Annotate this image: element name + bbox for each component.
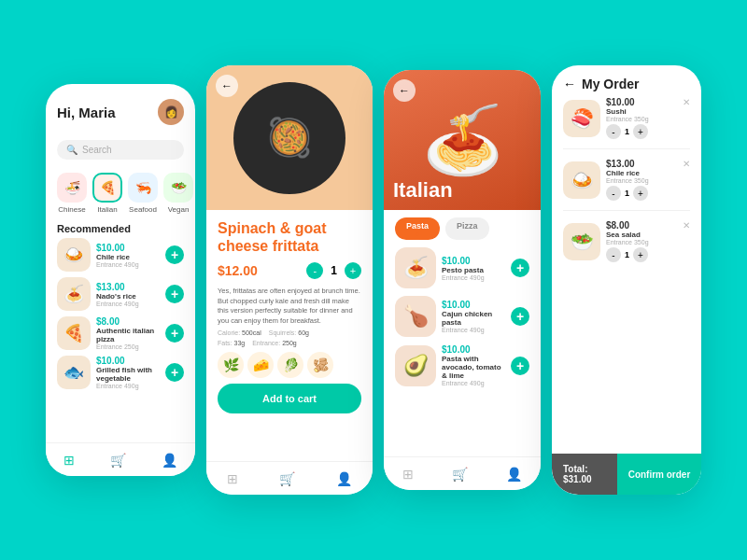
nutrition-info: Calorie: 500cal Squirrels: 60g [218,329,361,336]
nav-home-icon-3[interactable]: ⊞ [402,467,414,482]
category-italian[interactable]: 🍕 Italian [92,173,122,214]
category-top-image: 🍝 ← Italian [384,70,541,210]
greeting-row: Hi, Maria 👩 [57,99,184,125]
add-button-1[interactable]: + [165,285,184,303]
food-info-2: $8.00 Authentic italian pizza Entrance 2… [96,316,160,350]
food-name-2: Authentic italian pizza [96,327,160,343]
remove-item-1[interactable]: ✕ [683,159,690,169]
category-vegan[interactable]: 🥗 Vegan [163,173,193,214]
add-button-2[interactable]: + [165,324,184,343]
list-item: 🍣 $10.00 Sushi Entrance 350g - 1 + ✕ [563,97,690,139]
nav-home-icon[interactable]: ⊞ [63,453,75,468]
back-btn-order[interactable]: ← [563,77,576,91]
nav-profile-icon-2[interactable]: 👤 [336,471,352,486]
nav-profile-icon-3[interactable]: 👤 [506,467,522,482]
order-increase-2[interactable]: + [633,247,648,262]
category-icon-seafood: 🦐 [128,173,158,203]
menu-thumb-0: 🍝 [395,247,436,288]
list-item: 🐟 $10.00 Grilled fish with vegetable Ent… [57,356,184,389]
back-button[interactable]: ← [216,75,238,97]
menu-add-btn-2[interactable]: + [511,357,529,375]
food-price-1: $13.00 [96,282,160,292]
menu-add-btn-1[interactable]: + [511,307,529,326]
category-label-vegan: Vegan [168,205,190,214]
ingredient-icons: 🌿 🧀 🥬 🫚 [218,352,361,378]
add-button-0[interactable]: + [165,245,184,264]
food-price-3: $10.00 [96,356,160,366]
category-label-italian: Italian [97,205,117,214]
food-thumb-3: 🐟 [57,356,91,389]
bottom-nav-2: ⊞ 🛒 👤 [206,461,373,495]
order-decrease-1[interactable]: - [606,186,621,201]
order-thumb-2: 🥗 [563,223,600,260]
dish-image: 🥘 [233,82,345,194]
order-price-1: $13.00 [606,159,690,169]
order-qty-0: - 1 + [606,124,690,139]
avatar: 👩 [158,99,184,125]
order-decrease-0[interactable]: - [606,124,621,139]
category-chinese[interactable]: 🍜 Chinese [57,173,87,214]
add-to-cart-button[interactable]: Add to cart [218,384,361,413]
category-seafood[interactable]: 🦐 Seafood [128,173,158,214]
list-item: 🍛 $13.00 Chile rice Entrance 350g - 1 + … [563,159,690,201]
food-info-3: $10.00 Grilled fish with vegetable Entra… [96,356,160,389]
greeting-text: Hi, Maria [57,105,116,120]
order-increase-1[interactable]: + [633,186,648,201]
food-list: 🍛 $10.00 Chile rice Entrance 490g + 🍝 $1… [46,238,195,389]
remove-item-0[interactable]: ✕ [683,97,690,107]
order-price-2: $8.00 [606,220,690,231]
order-decrease-2[interactable]: - [606,247,621,262]
search-bar[interactable]: 🔍 Search [57,140,184,160]
ingredient-0: 🌿 [218,352,244,378]
remove-item-2[interactable]: ✕ [683,220,690,231]
food-thumb-2: 🍕 [57,316,91,350]
list-item: 🍕 $8.00 Authentic italian pizza Entrance… [57,316,184,350]
qty-decrease-btn[interactable]: - [306,262,323,279]
back-button-2[interactable]: ← [393,79,416,102]
menu-sub-2: Entrance 490g [442,380,505,386]
tab-active-dot [416,232,419,236]
order-increase-0[interactable]: + [633,124,648,139]
ingredient-3: 🫚 [307,352,333,378]
category-icon-chinese: 🍜 [57,173,87,203]
divider [563,148,690,149]
search-placeholder: Search [82,145,112,155]
category-icon-vegan: 🥗 [163,173,193,203]
detail-content: Spinach & goat cheese frittata $12.00 - … [206,210,373,423]
food-thumb-1: 🍝 [57,277,91,311]
nav-profile-icon[interactable]: 👤 [162,453,177,468]
qty-increase-btn[interactable]: + [345,262,361,279]
screen-home: Hi, Maria 👩 🔍 Search 🍜 Chinese 🍕 Italian… [46,84,195,476]
nav-cart-icon[interactable]: 🛒 [110,453,126,468]
screens-container: Hi, Maria 👩 🔍 Search 🍜 Chinese 🍕 Italian… [46,65,701,495]
nav-cart-icon-2[interactable]: 🛒 [279,471,295,486]
order-qty-num-0: 1 [625,127,629,136]
category-label-chinese: Chinese [58,205,85,214]
home-header: Hi, Maria 👩 [46,84,195,133]
nav-cart-icon-3[interactable]: 🛒 [452,467,468,482]
menu-list: 🍝 $10.00 Pesto pasta Entrance 490g + 🍗 $… [384,247,541,386]
nutrition-calorie: Calorie: 500cal [218,329,261,336]
food-sub-3: Entrance 490g [96,383,160,389]
menu-info-1: $10.00 Cajun chicken pasta Entrance 490g [442,300,505,333]
food-info-1: $13.00 Nado's rice Entrance 490g [96,282,160,307]
add-button-3[interactable]: + [165,363,184,382]
food-name-3: Grilled fish with vegetable [96,366,160,383]
order-sub-0: Entrance 350g [606,116,690,122]
bottom-nav-1: ⊞ 🛒 👤 [46,442,195,476]
tab-pizza[interactable]: Pizza [445,217,489,240]
menu-price-1: $10.00 [442,300,505,310]
order-name-2: Sea salad [606,231,690,239]
order-qty-num-2: 1 [625,250,629,259]
order-info-1: $13.00 Chile rice Entrance 350g - 1 + [606,159,690,201]
tab-pasta[interactable]: Pasta [395,217,440,240]
order-name-0: Sushi [606,107,690,116]
nutrition-entrance: Entrance: 250g [252,340,297,346]
list-item: 🥗 $8.00 Sea salad Entrance 350g - 1 + ✕ [563,220,690,262]
order-footer: Total: $31.00 Confirm order [552,454,701,495]
menu-add-btn-0[interactable]: + [511,259,529,277]
order-name-1: Chile rice [606,169,690,177]
nav-home-icon-2[interactable]: ⊞ [227,471,238,486]
search-icon: 🔍 [66,145,78,155]
confirm-order-button[interactable]: Confirm order [617,454,701,495]
